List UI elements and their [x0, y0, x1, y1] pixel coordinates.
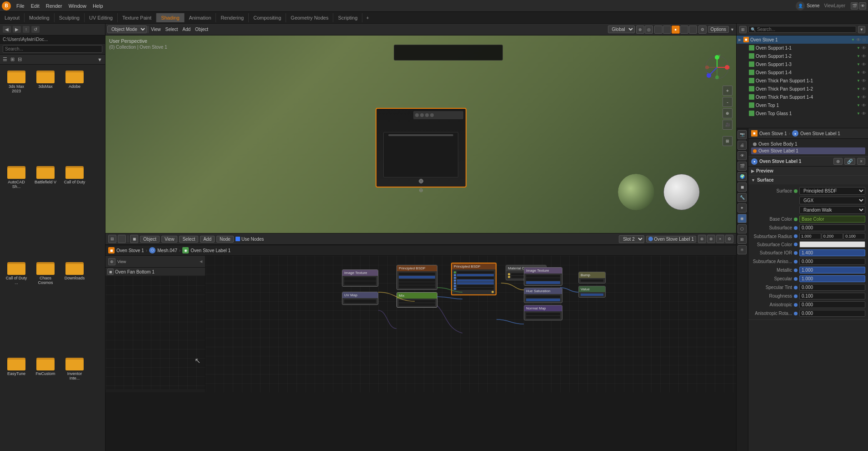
- outliner-search[interactable]: 🔍: [748, 26, 856, 33]
- mat-delete-button[interactable]: ×: [857, 158, 865, 165]
- toggle-grid-view[interactable]: ⊞: [10, 56, 15, 63]
- file-item-callofduty[interactable]: Call of Duty: [61, 163, 88, 257]
- prop-view-icon[interactable]: 👁: [738, 151, 747, 160]
- use-nodes-checkbox[interactable]: [236, 237, 240, 241]
- options-button[interactable]: ⚙: [698, 25, 707, 34]
- node-box-1[interactable]: Image Texture: [342, 269, 378, 287]
- prop-material-icon[interactable]: ◉: [738, 214, 747, 223]
- ne-bc-item2[interactable]: Mesh.047: [157, 248, 177, 253]
- viewport-shading-solid[interactable]: ●: [672, 25, 680, 34]
- prop-scene-icon[interactable]: 🎬: [738, 162, 747, 171]
- toggle-list-view[interactable]: ☰: [2, 56, 8, 63]
- distribution-select[interactable]: GGX: [799, 197, 865, 204]
- node-box-5[interactable]: Image Texture: [524, 267, 562, 286]
- view-icon[interactable]: 👁: [859, 2, 866, 10]
- pan-button[interactable]: ⊕: [722, 108, 733, 118]
- proportional-button[interactable]: ◎: [645, 25, 653, 34]
- outliner-search-input[interactable]: [757, 27, 854, 32]
- tab-compositing[interactable]: Compositing: [249, 13, 286, 22]
- tab-shading[interactable]: Shading: [156, 13, 184, 22]
- so-item-oven-stove[interactable]: ▶ ◼ Oven Stove 1 ▼ 👁 ☉: [737, 35, 868, 44]
- so-eye[interactable]: 👁: [862, 78, 866, 83]
- file-item-battlefield[interactable]: Battlefield V: [32, 163, 59, 257]
- tab-uv-editing[interactable]: UV Editing: [85, 13, 118, 22]
- base-color-input[interactable]: Base Color: [799, 216, 865, 223]
- so-eye[interactable]: 👁: [862, 62, 866, 67]
- scene-icon[interactable]: 🎬: [851, 2, 858, 10]
- options-text[interactable]: Options: [708, 26, 729, 33]
- tab-geometry-nodes[interactable]: Geometry Nodes: [286, 13, 333, 22]
- menu-file[interactable]: File: [14, 2, 27, 10]
- outliner-type-btn[interactable]: ⊞: [739, 26, 747, 33]
- ne-left-icon[interactable]: ⊕: [108, 258, 115, 265]
- file-item-3dsmax[interactable]: 3dsMax: [32, 67, 59, 161]
- ne-bc-item3[interactable]: Oven Stove Label 1: [191, 248, 231, 253]
- menu-window[interactable]: Window: [66, 2, 89, 10]
- ne-left-view[interactable]: View: [117, 259, 126, 264]
- ne-select-menu[interactable]: Select: [179, 236, 198, 243]
- menu-render[interactable]: Render: [43, 2, 65, 10]
- ss-radius-b[interactable]: 0.100: [843, 233, 865, 239]
- file-item-downloads[interactable]: Downloads: [61, 259, 88, 353]
- forward-button[interactable]: ▶: [13, 26, 21, 33]
- tab-layout[interactable]: Layout: [0, 13, 25, 22]
- tab-texture-paint[interactable]: Texture Paint: [118, 13, 156, 22]
- tab-modeling[interactable]: Modeling: [25, 13, 55, 22]
- user-icon[interactable]: 👤: [796, 1, 805, 10]
- aniso-rota-value[interactable]: 0.000: [799, 310, 865, 317]
- prop-output-icon[interactable]: 🖨: [738, 141, 747, 150]
- prop-constraint-icon[interactable]: ⊞: [738, 235, 747, 244]
- pin-button[interactable]: [118, 235, 126, 243]
- add-menu[interactable]: Add: [181, 26, 192, 32]
- object-mode-select[interactable]: Object Mode: [107, 25, 147, 33]
- so-item-thick-pan-1-1[interactable]: Oven Thick Pan Support 1-1 ▼ 👁: [737, 76, 868, 85]
- ne-paste-button[interactable]: ⊗: [707, 235, 715, 243]
- prop-particles-icon[interactable]: ✦: [738, 203, 747, 213]
- dropdown-icon[interactable]: ▼: [730, 27, 734, 32]
- mat-copy-button[interactable]: ⊕: [833, 158, 843, 165]
- node-box-3[interactable]: Principled BSDF: [396, 265, 437, 290]
- prop-modifier-icon[interactable]: 🔧: [738, 193, 747, 202]
- node-box-main[interactable]: Principled BSDF: [451, 263, 497, 295]
- view-menu[interactable]: View: [149, 26, 163, 32]
- outliner-filter-btn[interactable]: ▼: [858, 26, 865, 33]
- file-item-3dsmax2023[interactable]: 3ds Max 2023: [3, 67, 30, 161]
- subsurface-value[interactable]: 0.000: [799, 224, 865, 231]
- preview-header[interactable]: ▶ Preview: [748, 167, 868, 175]
- slot-selector[interactable]: Slot 2: [619, 235, 644, 243]
- so-eye[interactable]: 👁: [862, 95, 866, 100]
- surface-type-select[interactable]: Principled BSDF: [799, 187, 865, 195]
- use-nodes-toggle[interactable]: Use Nodes: [236, 237, 264, 242]
- so-eye[interactable]: 👁: [862, 86, 866, 91]
- so-item-support-1-2[interactable]: Oven Support 1-2 ▼ 👁: [737, 52, 868, 60]
- bc-item1[interactable]: Oven Stove 1: [759, 131, 787, 136]
- subsurface-method-select[interactable]: Random Walk: [799, 206, 865, 214]
- node-box-4[interactable]: Mix: [396, 292, 437, 308]
- tab-sculpting[interactable]: Sculpting: [55, 13, 85, 22]
- specular-value[interactable]: 1.000: [799, 275, 865, 282]
- prop-physics-icon[interactable]: ⚛: [738, 245, 747, 254]
- ss-ior-value[interactable]: 1.400: [799, 249, 865, 256]
- viewport-shading-material[interactable]: [680, 25, 688, 34]
- so-item-support-1-4[interactable]: Oven Support 1-4 ▼ 👁: [737, 68, 868, 76]
- main-node-canvas[interactable]: Image Texture UV Map: [206, 256, 736, 392]
- file-item-inventor[interactable]: Inventor Inte...: [61, 355, 88, 448]
- back-button[interactable]: ◀: [3, 26, 11, 33]
- menu-edit[interactable]: Edit: [28, 2, 42, 10]
- ss-aniso-value[interactable]: 0.000: [799, 258, 865, 265]
- so-vis[interactable]: ☉: [862, 37, 866, 42]
- so-item-thick-pan-1-2[interactable]: Oven Thick Pan Support 1-2 ▼ 👁: [737, 85, 868, 93]
- ne-settings-button[interactable]: ⚙: [725, 235, 733, 243]
- file-search-input[interactable]: [3, 45, 102, 53]
- spec-tint-value[interactable]: 0.000: [799, 284, 865, 291]
- viewport-canvas[interactable]: User Perspective (0) Collection | Oven S…: [105, 35, 736, 233]
- node-box-7[interactable]: Normal Map: [524, 305, 562, 320]
- up-button[interactable]: ↑: [23, 26, 30, 33]
- roughness-value[interactable]: 0.100: [799, 293, 865, 299]
- snap-button[interactable]: ⊕: [636, 25, 644, 34]
- camera-button[interactable]: 🎥: [722, 120, 733, 130]
- ne-delete-button[interactable]: ×: [716, 235, 724, 243]
- metallic-value[interactable]: 1.000: [799, 267, 865, 274]
- object-icon[interactable]: ◼: [130, 235, 138, 243]
- overlay-button[interactable]: [654, 25, 662, 34]
